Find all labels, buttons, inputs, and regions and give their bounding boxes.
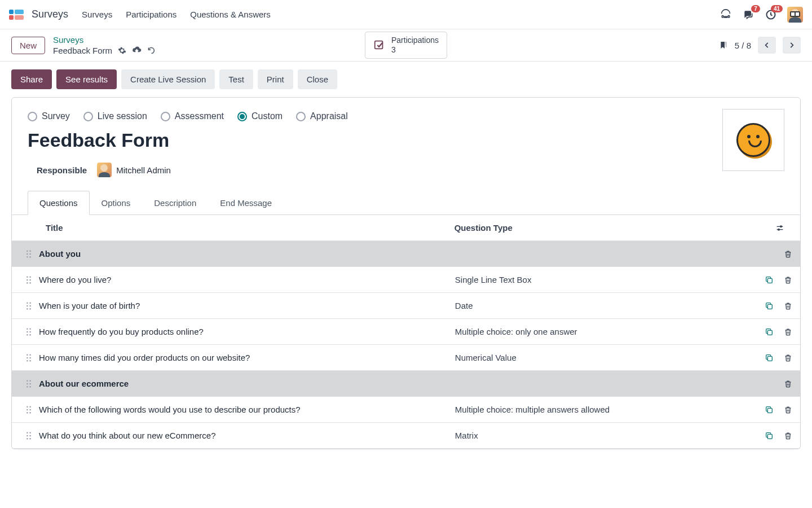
print-button[interactable]: Print	[258, 69, 293, 89]
svg-point-38	[29, 354, 31, 356]
question-row[interactable]: How many times did you order products on…	[12, 345, 800, 371]
participations-stat[interactable]: Participations 3	[365, 32, 447, 59]
pager-next[interactable]	[783, 37, 801, 54]
row-title: How frequently do you buy products onlin…	[38, 327, 455, 336]
drag-handle-icon[interactable]	[20, 406, 38, 414]
row-title: When is your date of birth?	[38, 301, 455, 310]
survey-title[interactable]: Feedback Form	[28, 129, 784, 151]
cloud-upload-icon[interactable]	[132, 46, 142, 55]
delete-icon[interactable]	[784, 405, 792, 414]
svg-point-21	[29, 282, 31, 283]
nav-link-surveys[interactable]: Surveys	[82, 10, 112, 19]
section-row[interactable]: About our ecommerce	[12, 371, 800, 397]
test-button[interactable]: Test	[219, 69, 253, 89]
tab-end-message[interactable]: End Message	[208, 191, 284, 215]
pager-prev[interactable]	[758, 37, 776, 54]
drag-handle-icon[interactable]	[20, 328, 38, 336]
nav-link-participations[interactable]: Participations	[126, 10, 176, 19]
row-title: About our ecommerce	[38, 379, 455, 388]
new-button[interactable]: New	[11, 37, 45, 54]
app-logo-icon[interactable]	[9, 10, 25, 20]
question-row[interactable]: How frequently do you buy products onlin…	[12, 319, 800, 345]
user-avatar[interactable]	[787, 7, 803, 23]
see-results-button[interactable]: See results	[56, 69, 117, 89]
delete-icon[interactable]	[784, 353, 792, 362]
responsible-user[interactable]: Mitchell Admin	[97, 163, 171, 177]
delete-icon[interactable]	[784, 301, 792, 310]
delete-icon[interactable]	[784, 249, 792, 259]
svg-point-23	[27, 302, 28, 304]
svg-point-33	[29, 331, 31, 332]
nav-link-qa[interactable]: Questions & Answers	[190, 10, 271, 19]
delete-icon[interactable]	[784, 275, 792, 284]
phone-icon[interactable]	[720, 8, 732, 21]
close-button[interactable]: Close	[298, 69, 337, 89]
svg-rect-43	[767, 356, 772, 361]
delete-icon[interactable]	[784, 431, 792, 440]
survey-image[interactable]	[722, 109, 784, 171]
breadcrumb-root[interactable]: Surveys	[53, 35, 156, 45]
svg-point-14	[27, 256, 28, 257]
question-row[interactable]: What do you think about our new eCommerc…	[12, 423, 800, 449]
row-title: What do you think about our new eCommerc…	[38, 431, 455, 440]
bookmark-icon[interactable]	[719, 40, 728, 50]
gear-icon[interactable]	[118, 46, 126, 55]
copy-icon[interactable]	[765, 431, 774, 440]
question-row[interactable]: When is your date of birth? Date	[12, 293, 800, 319]
section-row[interactable]: About you	[12, 241, 800, 267]
svg-point-48	[27, 386, 28, 387]
radio-assessment[interactable]: Assessment	[161, 111, 224, 121]
radio-appraisal[interactable]: Appraisal	[296, 111, 348, 121]
control-panel: New Surveys Feedback Form Participations…	[0, 29, 812, 61]
question-row[interactable]: Which of the following words would you u…	[12, 397, 800, 423]
tab-description[interactable]: Description	[142, 191, 208, 215]
svg-point-55	[29, 411, 31, 413]
create-live-button[interactable]: Create Live Session	[121, 69, 215, 89]
column-type[interactable]: Question Type	[454, 223, 739, 233]
svg-point-35	[29, 334, 31, 335]
app-title[interactable]: Surveys	[32, 8, 68, 20]
copy-icon[interactable]	[765, 301, 774, 310]
svg-point-45	[29, 380, 31, 382]
svg-point-18	[27, 279, 28, 281]
undo-icon[interactable]	[147, 46, 156, 55]
drag-handle-icon[interactable]	[20, 302, 38, 310]
drag-handle-icon[interactable]	[20, 276, 38, 284]
share-button[interactable]: Share	[11, 69, 52, 89]
copy-icon[interactable]	[765, 275, 774, 284]
radio-icon	[296, 112, 306, 121]
tab-questions[interactable]: Questions	[28, 191, 90, 215]
row-title: How many times did you order products on…	[38, 353, 455, 362]
tabs: QuestionsOptionsDescriptionEnd Message	[12, 191, 800, 215]
svg-point-58	[29, 432, 31, 433]
drag-handle-icon[interactable]	[20, 380, 38, 388]
svg-point-47	[29, 383, 31, 384]
pager-text[interactable]: 5 / 8	[735, 41, 751, 50]
svg-point-41	[27, 360, 28, 361]
delete-icon[interactable]	[784, 327, 792, 336]
radio-icon	[83, 112, 93, 121]
radio-live-session[interactable]: Live session	[83, 111, 147, 121]
activities-icon[interactable]: 41	[765, 8, 777, 21]
svg-rect-1	[728, 15, 730, 17]
column-title[interactable]: Title	[46, 223, 454, 233]
radio-custom[interactable]: Custom	[237, 111, 283, 121]
copy-icon[interactable]	[765, 327, 774, 336]
svg-rect-36	[767, 330, 772, 335]
copy-icon[interactable]	[765, 405, 774, 414]
svg-point-24	[29, 302, 31, 304]
copy-icon[interactable]	[765, 353, 774, 362]
row-title: Where do you live?	[38, 275, 455, 284]
svg-point-53	[29, 409, 31, 410]
responsible-label: Responsible	[37, 165, 87, 175]
columns-settings-icon[interactable]	[775, 224, 784, 233]
tab-options[interactable]: Options	[90, 191, 143, 215]
drag-handle-icon[interactable]	[20, 250, 38, 258]
drag-handle-icon[interactable]	[20, 432, 38, 440]
messages-icon[interactable]: 7	[742, 8, 754, 21]
question-row[interactable]: Where do you live? Single Line Text Box	[12, 267, 800, 293]
radio-survey[interactable]: Survey	[28, 111, 70, 121]
drag-handle-icon[interactable]	[20, 354, 38, 362]
delete-icon[interactable]	[784, 379, 792, 388]
svg-rect-29	[767, 304, 772, 309]
